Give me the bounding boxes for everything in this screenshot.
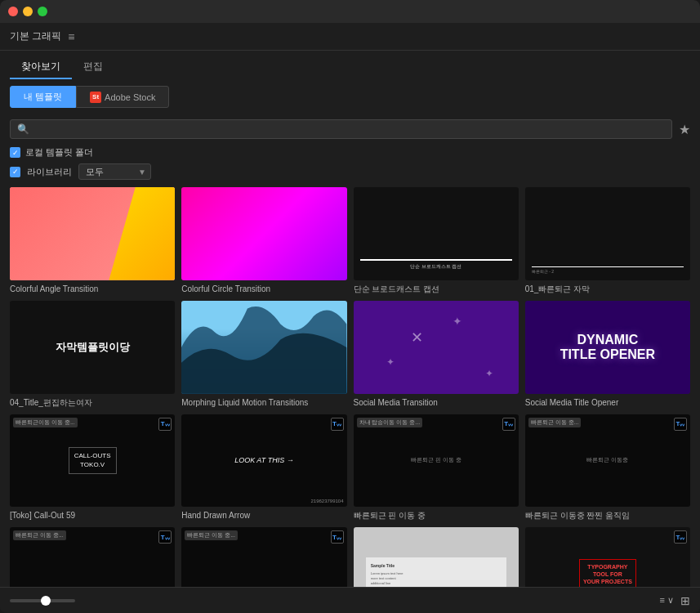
menu-icon[interactable]: ≡	[68, 30, 74, 43]
sub-tabs: 내 템플릿 St Adobe Stock	[0, 79, 700, 114]
card-01-subtitle[interactable]: 빠른퇴근 - 2 01_빠른퇴근 자막	[525, 187, 690, 294]
filter-library-row: 라이브러리 모두 로컬 라이브러리 ▼	[0, 161, 700, 182]
card-broadcast[interactable]: 단순 브로드캐스트 캡션 단순 브로드캐스트 캡션	[354, 187, 519, 294]
tabs: 찾아보기 편집	[0, 51, 700, 79]
quick-badge-callout: 빠른퇴근이동 이동 중...	[13, 418, 78, 427]
label-04-title: 04_Title_편집하는여자	[10, 397, 175, 408]
card-bottom4[interactable]: Tᵥᵥ TYPOGRAPHYTOOL FORYOUR PROJECTS	[525, 527, 690, 587]
library-dropdown-wrapper: 모두 로컬 라이브러리 ▼	[78, 163, 151, 180]
label-colorful-angle: Colorful Angle Transition	[10, 284, 175, 294]
thumb-colorful-angle	[10, 187, 175, 280]
thumb-social-title: DYNAMICTITLE OPENER	[525, 301, 690, 394]
label-01-subtitle: 01_빠른퇴근 자막	[525, 284, 690, 294]
quick-label-bottom1: 빠른퇴근 이동 중...	[13, 530, 66, 540]
minimize-button[interactable]	[23, 7, 33, 16]
tab-edit[interactable]: 편집	[72, 56, 114, 79]
card-quick-move2[interactable]: Tᵥᵥ 빠른퇴근 이동 중... 빠른퇴근 이동중 빠른퇴근 이동중 짠찐 움직…	[525, 414, 690, 521]
dynamic-title-text: DYNAMICTITLE OPENER	[560, 333, 655, 361]
thumb-bottom3: Sample Title Lorem ipsum text heremore t…	[354, 527, 519, 587]
label-morph: Morphing Liquid Motion Transitions	[181, 397, 346, 408]
typo-content: TYPOGRAPHYTOOL FORYOUR PROJECTS	[579, 559, 636, 587]
search-input[interactable]	[34, 124, 665, 134]
motion-badge-bottom2: Tᵥᵥ	[331, 530, 344, 544]
library-dropdown[interactable]: 모두 로컬 라이브러리	[78, 163, 151, 180]
label-callout: [Toko] Call-Out 59	[10, 510, 175, 521]
grid-view-button[interactable]: ⊞	[680, 594, 690, 607]
sub-tab-my-templates[interactable]: 내 템플릿	[10, 86, 76, 108]
social-plus-icon: ✕	[411, 329, 423, 347]
zoom-thumb[interactable]	[41, 596, 51, 606]
label-broadcast: 단순 브로드캐스트 캡션	[354, 284, 519, 294]
social-dot2-icon: ✦	[485, 368, 493, 379]
motion-badge-quick-move: Tᵥᵥ	[502, 418, 515, 431]
morph-wave-svg	[181, 301, 346, 394]
label-social-title: Social Media Title Opener	[525, 397, 690, 408]
card-bottom3[interactable]: Sample Title Lorem ipsum text heremore t…	[354, 527, 519, 587]
filter-local-checkbox[interactable]	[10, 147, 20, 158]
quick-badge-quick-move: 차내 탑승이동 이동 중...	[357, 418, 423, 427]
thumb-quick-move2: Tᵥᵥ 빠른퇴근 이동 중... 빠른퇴근 이동중	[525, 414, 690, 508]
filter-library-checkbox[interactable]	[10, 167, 20, 177]
motion-badge-quick-move2: Tᵥᵥ	[674, 418, 687, 431]
traffic-lights	[8, 7, 47, 16]
thumb-broadcast: 단순 브로드캐스트 캡션	[354, 187, 519, 280]
motion-badge-callout: Tᵥᵥ	[158, 418, 172, 431]
card-arrow[interactable]: Tᵥᵥ LOOK AT THIS → 219623799104 Hand Dra…	[181, 414, 346, 521]
social-star-icon: ✦	[453, 315, 462, 328]
templates-grid: Colorful Angle Transition Colorful Circl…	[10, 187, 690, 587]
search-area: 🔍 ★	[0, 114, 700, 144]
thumb-04-title: 자막템플릿이당	[10, 301, 175, 394]
card-quick-move[interactable]: Tᵥᵥ 차내 탑승이동 이동 중... 빠른퇴근 핀 이동 중 빠른퇴근 핀 이…	[354, 414, 519, 521]
thumb-callout: Tᵥᵥ CALL-OUTSTOKO.V 빠른퇴근이동 이동 중...	[10, 414, 175, 508]
filter-library-label: 라이브러리	[27, 166, 72, 178]
label-social-media: Social Media Transition	[354, 397, 519, 408]
quick-label-bottom2: 빠른퇴근 이동 중...	[185, 530, 238, 540]
card-colorful-angle[interactable]: Colorful Angle Transition	[10, 187, 175, 294]
card-social-title[interactable]: DYNAMICTITLE OPENER Social Media Title O…	[525, 301, 690, 408]
quick-move2-text: 빠른퇴근 이동중	[586, 456, 628, 464]
thumb-bottom2: Tᵥᵥ 빠른퇴근 이동 중...	[181, 527, 346, 587]
quick-label-callout: 빠른퇴근이동 이동 중...	[13, 418, 78, 427]
thumb-quick-move: Tᵥᵥ 차내 탑승이동 이동 중... 빠른퇴근 핀 이동 중	[354, 414, 519, 508]
quick-badge-bottom2: 빠른퇴근 이동 중...	[185, 530, 238, 540]
card-morph[interactable]: Morphing Liquid Motion Transitions	[181, 301, 346, 408]
sort-button[interactable]: ≡ ∨	[660, 595, 674, 606]
tab-browse[interactable]: 찾아보기	[10, 56, 72, 79]
quick-label-quick-move2: 빠른퇴근 이동 중...	[528, 418, 582, 427]
lower-text: 빠른퇴근 - 2	[532, 269, 684, 274]
motion-badge-arrow: Tᵥᵥ	[331, 418, 344, 431]
star-button[interactable]: ★	[679, 122, 690, 137]
card-colorful-circle[interactable]: Colorful Circle Transition	[181, 187, 346, 294]
titlebar	[0, 0, 700, 23]
card-bottom2[interactable]: Tᵥᵥ 빠른퇴근 이동 중...	[181, 527, 346, 587]
zoom-track[interactable]	[10, 599, 75, 602]
filter-local-label: 로컬 템플릿 폴더	[25, 146, 93, 159]
sub-tab-adobe-stock[interactable]: St Adobe Stock	[76, 86, 169, 108]
lower-third: 빠른퇴근 - 2	[532, 266, 684, 274]
letter-thumb-content: Sample Title Lorem ipsum text heremore t…	[366, 557, 506, 587]
quick-label-quick-move: 차내 탑승이동 이동 중...	[357, 418, 423, 427]
panel-title: 기본 그래픽	[10, 29, 61, 43]
card-social-media[interactable]: ✕ ✦ ✦ ✦ Social Media Transition	[354, 301, 519, 408]
broadcast-content: 단순 브로드캐스트 캡션	[360, 259, 512, 271]
card-04-title[interactable]: 자막템플릿이당 04_Title_편집하는여자	[10, 301, 175, 408]
quick-badge-bottom1: 빠른퇴근 이동 중...	[13, 530, 66, 540]
filter-local-row: 로컬 템플릿 폴더	[0, 144, 700, 161]
card-callout[interactable]: Tᵥᵥ CALL-OUTSTOKO.V 빠른퇴근이동 이동 중... [Toko…	[10, 414, 175, 521]
bottom-bar: ≡ ∨ ⊞	[0, 587, 700, 613]
04-title-text: 자막템플릿이당	[56, 340, 130, 355]
label-colorful-circle: Colorful Circle Transition	[181, 284, 346, 294]
maximize-button[interactable]	[38, 7, 47, 16]
thumb-colorful-circle	[181, 187, 346, 280]
card-bottom1[interactable]: Tᵥᵥ 빠른퇴근 이동 중...	[10, 527, 175, 587]
search-icon: 🔍	[17, 123, 29, 135]
callout-text: CALL-OUTSTOKO.V	[69, 447, 117, 473]
thumb-arrow: Tᵥᵥ LOOK AT THIS → 219623799104	[181, 414, 346, 508]
templates-grid-area: Colorful Angle Transition Colorful Circl…	[0, 182, 700, 587]
label-quick-move: 빠른퇴근 핀 이동 중	[354, 510, 519, 521]
close-button[interactable]	[8, 7, 18, 16]
thumb-01-subtitle: 빠른퇴근 - 2	[525, 187, 690, 280]
zoom-control	[10, 599, 75, 602]
thumb-social-media: ✕ ✦ ✦ ✦	[354, 301, 519, 394]
panel: 기본 그래픽 ≡ 찾아보기 편집 내 템플릿 St Adobe Stock 🔍 …	[0, 23, 700, 613]
